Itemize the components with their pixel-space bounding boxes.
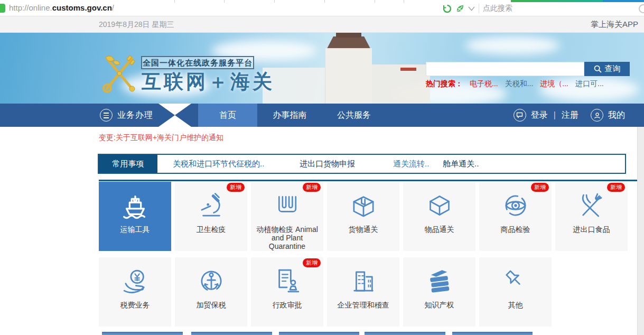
card-top xyxy=(452,332,533,335)
user-icon xyxy=(591,109,603,122)
cube-icon xyxy=(425,189,454,222)
building-sign-art xyxy=(400,68,416,71)
browser-address-bar: http://online.customs.gov.cn/ 点此搜索 xyxy=(0,0,644,16)
hot-search-link[interactable]: 进口可... xyxy=(575,79,604,89)
tab-clearance-flow[interactable]: 通关流转.. xyxy=(393,155,429,173)
site-favicon xyxy=(0,4,5,13)
browser-theme-strip xyxy=(603,0,644,2)
refresh-icon[interactable] xyxy=(443,4,452,13)
anchor-icon xyxy=(196,264,227,298)
divider: | xyxy=(554,110,556,120)
platform-label: 全国一体化在线政务服务平台 xyxy=(141,56,254,69)
search-input[interactable] xyxy=(426,62,584,76)
my-account-link[interactable]: 我的 xyxy=(608,110,625,121)
service-card-food-import-export[interactable]: 新增 进出口食品 xyxy=(555,182,628,251)
mobile-app-link[interactable]: 掌上海关APP xyxy=(591,20,638,30)
magnifier-icon xyxy=(594,65,602,73)
building-art xyxy=(321,36,376,49)
browser-theme-strip xyxy=(511,0,603,2)
url-field[interactable]: http://online.customs.gov.cn/ xyxy=(9,3,114,12)
notice-row: 变更:关于互联网+海关门户维护的通知 xyxy=(0,127,644,154)
new-badge: 新增 xyxy=(531,183,549,192)
chevron-down-icon[interactable] xyxy=(468,6,475,11)
browser-search-placeholder[interactable]: 点此搜索 xyxy=(483,4,512,13)
customs-portal-page: http://online.customs.gov.cn/ 点此搜索 2019年… xyxy=(0,0,644,335)
hot-search-link[interactable]: 进境（... xyxy=(540,79,568,89)
leaf-icon[interactable] xyxy=(455,4,464,13)
cloud-art xyxy=(465,36,560,55)
scrollbar-track[interactable] xyxy=(637,127,644,335)
site-banner: 全国一体化在线政务服务平台 互联网＋海关 查询 热门搜索： 电子税... 关税和… xyxy=(0,33,644,104)
tab-tariff[interactable]: 关税和进口环节代征税的.. xyxy=(173,155,264,173)
package-box-icon xyxy=(348,189,379,222)
current-date: 2019年8月28日 星期三 xyxy=(99,20,174,30)
divider xyxy=(479,4,479,13)
nav-item-public-service[interactable]: 公共服务 xyxy=(322,104,386,127)
main-nav: 业务办理 首页 办事指南 公共服务 登录 | 注册 我的 xyxy=(0,104,644,127)
services-grid: 运输工具 新增 卫生检疫 新增 xyxy=(99,182,628,327)
site-info-bar: 2019年8月28日 星期三 掌上海关APP xyxy=(0,16,644,33)
card-top xyxy=(279,332,359,335)
service-card-processing-trade-bonded[interactable]: 加贸保税 xyxy=(175,257,247,327)
hot-search-link[interactable]: 电子税... xyxy=(470,79,498,89)
hot-search-label: 热门搜索： xyxy=(426,79,463,89)
service-card-other[interactable]: 其他 xyxy=(479,257,552,327)
register-link[interactable]: 注册 xyxy=(562,110,578,121)
nav-item-home[interactable]: 首页 xyxy=(198,104,257,127)
tab-manifest[interactable]: 舱单通关.. xyxy=(443,155,479,173)
card-top xyxy=(102,332,183,335)
service-card-cargo-clearance[interactable]: 货物通关 xyxy=(327,182,399,251)
tab-divider xyxy=(224,0,225,3)
notice-link[interactable]: 变更:关于互联网+海关门户维护的通知 xyxy=(99,133,223,143)
microscope-icon xyxy=(196,189,227,222)
new-badge: 新增 xyxy=(303,258,321,267)
service-card-articles-clearance[interactable]: 物品通关 xyxy=(403,182,475,251)
tab-panel-rule xyxy=(99,180,637,181)
service-card-health-quarantine[interactable]: 新增 卫生检疫 xyxy=(175,182,247,251)
site-title: 互联网＋海关 xyxy=(142,69,275,95)
card-top xyxy=(365,332,445,335)
hot-search-row: 热门搜索： 电子税... 关税和... 进境（... 进口可... xyxy=(426,79,604,89)
new-badge: 新增 xyxy=(607,183,625,192)
login-link[interactable]: 登录 xyxy=(531,110,548,121)
eye-icon xyxy=(500,189,531,222)
cutlery-icon xyxy=(576,189,607,222)
ship-icon xyxy=(119,189,152,222)
login-bubble-icon xyxy=(514,109,526,122)
hamburger-menu-icon[interactable] xyxy=(100,109,113,122)
nav-menu-business[interactable]: 业务办理 xyxy=(117,110,153,121)
nav-arrow-decoration xyxy=(158,104,191,127)
tab-divider xyxy=(404,0,404,3)
nav-item-guide[interactable]: 办事指南 xyxy=(257,104,322,127)
hand-coin-icon xyxy=(120,264,151,298)
new-badge: 新增 xyxy=(303,183,321,192)
service-card-administrative-approval[interactable]: 新增 行政审批 xyxy=(251,257,323,327)
test-tubes-icon xyxy=(273,189,302,222)
tab-divider xyxy=(274,0,275,3)
empty-grid-slot xyxy=(555,257,628,327)
service-card-animal-plant-quarantine[interactable]: 新增 动植物检疫 Animal and Plant Quarantine xyxy=(251,182,323,251)
category-tab-bar: 常用事项 关税和进口环节代征税的.. 进出口货物申报 通关流转.. 舱单通关.. xyxy=(98,154,626,174)
document-stamp-icon xyxy=(272,264,303,298)
service-card-enterprise-management-audit[interactable]: 企业管理和稽查 xyxy=(327,257,399,327)
service-card-transport[interactable]: 运输工具 xyxy=(99,182,171,251)
new-badge: 新增 xyxy=(227,183,245,192)
customs-emblem-icon xyxy=(100,50,138,96)
books-icon xyxy=(424,264,455,298)
service-card-commodity-inspection[interactable]: 新增 商品检验 xyxy=(479,182,552,251)
browser-edge-icon[interactable] xyxy=(639,4,644,13)
pushpin-icon xyxy=(501,264,530,298)
buildings-icon xyxy=(348,264,379,298)
card-top xyxy=(191,332,272,335)
tab-divider xyxy=(324,0,325,3)
service-card-intellectual-property[interactable]: 知识产权 xyxy=(403,257,475,327)
hot-search-link[interactable]: 关税和... xyxy=(505,79,534,89)
tab-common-items[interactable]: 常用事项 xyxy=(99,155,157,173)
building-art xyxy=(325,48,372,104)
search-button[interactable]: 查询 xyxy=(584,62,630,76)
tab-divider xyxy=(174,0,175,3)
service-card-tax-business[interactable]: 税费业务 xyxy=(99,257,171,327)
tab-goods-declaration[interactable]: 进出口货物申报 xyxy=(300,155,355,173)
tab-divider xyxy=(375,0,375,3)
